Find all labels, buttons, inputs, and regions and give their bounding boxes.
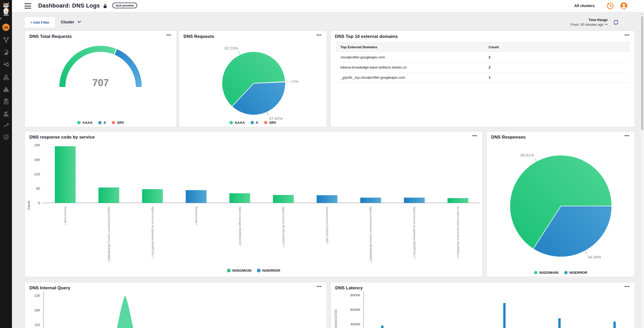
sidebar bbox=[0, 0, 12, 328]
svg-text:fluentd-node-*: fluentd-node-* bbox=[64, 207, 67, 226]
svg-text:microservice1-54cbd47c69-*: microservice1-54cbd47c69-* bbox=[326, 207, 329, 244]
legend-label: AAAA bbox=[82, 121, 93, 125]
top-header: Dashboard: DNS Logs tech preview All clu… bbox=[12, 0, 644, 12]
sidebar-item-cluster-nodes[interactable] bbox=[0, 84, 12, 95]
sidebar-item-dashboard[interactable] bbox=[0, 22, 12, 32]
panel-title: DNS Top 10 external domains bbox=[335, 34, 398, 39]
legend-label: SRV bbox=[117, 121, 124, 125]
history-icon[interactable] bbox=[607, 2, 614, 10]
panel-dns-response-code: DNS response code by service ••• 0601201… bbox=[25, 131, 483, 277]
legend-swatch bbox=[229, 121, 233, 124]
count-cell: 2 bbox=[484, 55, 630, 59]
sidebar-item-network-topology[interactable] bbox=[0, 35, 12, 45]
legend-item[interactable]: NOERROR bbox=[257, 269, 280, 272]
legend-item[interactable]: NOERROR bbox=[564, 271, 587, 275]
pie-chart: 65.91%34.09% bbox=[487, 132, 635, 278]
legend-swatch bbox=[564, 271, 568, 274]
sidebar-item-compliance-clipboard[interactable] bbox=[0, 96, 12, 107]
panel-dns-requests: DNS Requests ••• 62.23%37.62%<1% AAAAASR… bbox=[179, 31, 327, 127]
svg-text:8000K: 8000K bbox=[350, 293, 360, 297]
svg-text:Count: Count bbox=[27, 201, 31, 210]
chart-legend: AAAAASRV bbox=[25, 121, 176, 125]
tech-preview-badge: tech preview bbox=[112, 3, 137, 8]
add-filter-button[interactable]: + Add Filter bbox=[25, 17, 55, 28]
legend-swatch bbox=[257, 269, 260, 272]
table-header-row: Top External Domains Count bbox=[336, 42, 630, 52]
svg-text:es-calico-kube-controllers-56c: es-calico-kube-controllers-56cf99d5cc-* bbox=[457, 207, 460, 259]
legend-label: NOERROR bbox=[262, 269, 280, 272]
chevron-down-icon bbox=[77, 21, 81, 23]
all-clusters-label[interactable]: All clusters bbox=[574, 4, 595, 8]
count-cell: 2 bbox=[484, 65, 630, 69]
legend-item[interactable]: SRV bbox=[264, 121, 277, 125]
legend-swatch bbox=[227, 269, 231, 272]
sidebar-item-logs-edit[interactable] bbox=[0, 47, 12, 57]
legend-label: NXDOMAIN bbox=[539, 271, 558, 275]
page-title: Dashboard: DNS Logs bbox=[38, 2, 100, 9]
count-cell: 1 bbox=[484, 76, 630, 79]
chart-legend: AAAAASRV bbox=[179, 121, 327, 125]
svg-text:tigera-secure-es-gateway-6b9d9: tigera-secure-es-gateway-6b9d9f7bcc-* bbox=[413, 207, 416, 259]
area-chart: 220165110 bbox=[25, 282, 327, 328]
chart-legend: NXDOMAINNOERROR bbox=[25, 269, 482, 272]
legend-swatch bbox=[534, 271, 537, 274]
legend-item[interactable]: AAAA bbox=[229, 121, 245, 125]
sidebar-item-trend-arrow[interactable] bbox=[0, 120, 12, 131]
legend-swatch bbox=[251, 121, 254, 124]
cluster-dropdown-label: Cluster bbox=[61, 20, 74, 24]
legend-item[interactable]: A bbox=[251, 121, 258, 125]
svg-text:165: 165 bbox=[34, 308, 40, 312]
svg-text:707: 707 bbox=[92, 77, 109, 88]
svg-text:fluentd-node-*: fluentd-node-* bbox=[195, 207, 198, 226]
time-range-selector[interactable]: Time Range From: 30 minutes ago bbox=[571, 18, 608, 26]
svg-text:180: 180 bbox=[34, 158, 40, 162]
sidebar-item-service-graph[interactable] bbox=[0, 59, 12, 70]
legend-item[interactable]: AAAA bbox=[77, 121, 93, 125]
column-header-domains: Top External Domains bbox=[336, 45, 484, 49]
legend-item[interactable]: NXDOMAIN bbox=[534, 271, 558, 275]
panel-dns-responses: DNS Responses ••• 65.91%34.09% NXDOMAINN… bbox=[487, 131, 635, 277]
calico-cat-logo[interactable] bbox=[1, 2, 11, 16]
svg-text:6000K: 6000K bbox=[350, 308, 360, 312]
pie-chart: 62.23%37.62%<1% bbox=[179, 31, 327, 128]
legend-swatch bbox=[98, 121, 102, 124]
svg-text:65.91%: 65.91% bbox=[520, 153, 534, 157]
legend-label: AAAA bbox=[235, 121, 245, 125]
refresh-icon[interactable] bbox=[613, 19, 619, 25]
panel-dns-top-domains: DNS Top 10 external domains ••• Top Exte… bbox=[330, 31, 635, 127]
scrollbar-up-arrow[interactable]: ▲ bbox=[641, 13, 643, 15]
legend-label: NXDOMAIN bbox=[232, 269, 252, 272]
scrollbar-thumb[interactable] bbox=[641, 16, 643, 130]
legend-label: A bbox=[256, 121, 258, 125]
time-range-label: Time Range bbox=[571, 18, 608, 22]
vertical-scrollbar[interactable]: ▲ bbox=[640, 12, 644, 328]
legend-item[interactable]: NXDOMAIN bbox=[227, 269, 252, 272]
legend-item[interactable]: SRV bbox=[112, 121, 124, 125]
user-avatar[interactable] bbox=[620, 2, 627, 9]
legend-label: SRV bbox=[269, 121, 277, 125]
domain-cell: cloudprofiler.googleapis.com bbox=[336, 55, 484, 59]
sidebar-item-sitemap[interactable] bbox=[0, 72, 12, 83]
svg-text:tigera-secure-es-gateway-6b9d9: tigera-secure-es-gateway-6b9d9f7bcc-* bbox=[151, 207, 154, 259]
panel-menu-button[interactable]: ••• bbox=[623, 32, 631, 37]
table-body: cloudprofiler.googleapis.com2kibana-know… bbox=[336, 52, 630, 83]
legend-label: NOERROR bbox=[569, 271, 587, 275]
table-row: kibana-knowledge-base-artifacts.elastic.… bbox=[336, 62, 630, 72]
legend-label: A bbox=[103, 121, 106, 125]
cluster-dropdown[interactable]: Cluster bbox=[61, 20, 81, 24]
latency-bar-chart: 4000K6000K8000KNanoseconds bbox=[331, 282, 635, 328]
domain-cell: kibana-knowledge-base-artifacts.elastic.… bbox=[336, 65, 484, 69]
sidebar-item-analytics-chart[interactable] bbox=[0, 108, 12, 119]
domain-cell: _grpclb._tcp.cloudprofiler.googleapis.co… bbox=[336, 76, 484, 79]
chart-legend: NXDOMAINNOERROR bbox=[487, 271, 635, 275]
svg-text:120: 120 bbox=[34, 172, 40, 176]
legend-item[interactable]: A bbox=[98, 121, 106, 125]
svg-text:60: 60 bbox=[36, 187, 40, 190]
sidebar-item-shield-security[interactable] bbox=[0, 132, 12, 142]
top-domains-table: Top External Domains Count cloudprofiler… bbox=[336, 42, 630, 83]
hamburger-menu-icon[interactable] bbox=[24, 3, 31, 9]
svg-text:<1%: <1% bbox=[290, 79, 299, 84]
svg-text:240: 240 bbox=[34, 143, 40, 147]
svg-text:110: 110 bbox=[34, 323, 40, 327]
svg-text:0: 0 bbox=[38, 201, 40, 205]
